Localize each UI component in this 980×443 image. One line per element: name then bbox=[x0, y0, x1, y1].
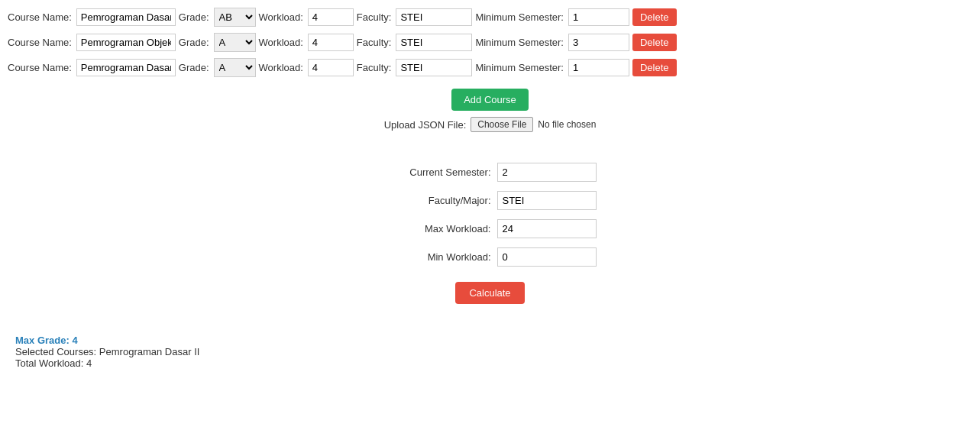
faculty-input[interactable] bbox=[396, 8, 472, 26]
grade-select[interactable]: AABBBCCDE bbox=[214, 33, 256, 52]
course-name-input[interactable] bbox=[76, 59, 176, 76]
grade-label: Grade: bbox=[179, 11, 209, 23]
current-semester-row: Current Semester: 2 bbox=[384, 163, 597, 182]
min-semester-input[interactable] bbox=[568, 8, 629, 26]
workload-input[interactable] bbox=[308, 59, 354, 76]
min-semester-label: Minimum Semester: bbox=[475, 11, 564, 23]
workload-label: Workload: bbox=[259, 11, 303, 23]
workload-input[interactable] bbox=[308, 8, 354, 26]
faculty-label: Faculty: bbox=[357, 62, 392, 73]
results-section: Max Grade: 4 Selected Courses: Pemrogram… bbox=[8, 335, 972, 369]
min-workload-row: Min Workload: 0 bbox=[384, 247, 597, 267]
min-semester-label: Minimum Semester: bbox=[475, 62, 564, 73]
grade-select[interactable]: AABBBCCDE bbox=[214, 8, 256, 27]
courses-container: Course Name:Grade:AABBBCCDEWorkload:Facu… bbox=[8, 8, 972, 77]
calculate-section: Calculate bbox=[8, 282, 972, 304]
min-workload-input[interactable]: 0 bbox=[497, 247, 597, 267]
max-grade-result: Max Grade: 4 bbox=[15, 335, 965, 346]
delete-button[interactable]: Delete bbox=[632, 8, 677, 26]
delete-button[interactable]: Delete bbox=[632, 34, 677, 51]
add-course-button[interactable]: Add Course bbox=[451, 89, 529, 111]
choose-file-button[interactable]: Choose File bbox=[471, 117, 533, 132]
faculty-input[interactable] bbox=[396, 34, 472, 51]
calculate-button[interactable]: Calculate bbox=[455, 282, 524, 304]
workload-label: Workload: bbox=[259, 62, 303, 73]
current-semester-input[interactable]: 2 bbox=[497, 163, 597, 182]
faculty-major-label: Faculty/Major: bbox=[384, 195, 491, 206]
grade-label: Grade: bbox=[179, 62, 209, 73]
faculty-major-row: Faculty/Major: STEI bbox=[384, 191, 597, 210]
faculty-label: Faculty: bbox=[357, 11, 392, 23]
course-row: Course Name:Grade:AABBBCCDEWorkload:Facu… bbox=[8, 8, 972, 27]
min-semester-input[interactable] bbox=[568, 34, 629, 51]
min-semester-label: Minimum Semester: bbox=[475, 37, 564, 48]
min-semester-input[interactable] bbox=[568, 59, 629, 76]
add-course-section: Add Course Upload JSON File: Choose File… bbox=[8, 89, 972, 132]
total-workload-result: Total Workload: 4 bbox=[15, 357, 965, 369]
workload-input[interactable] bbox=[308, 34, 354, 51]
faculty-input[interactable] bbox=[396, 59, 472, 76]
delete-button[interactable]: Delete bbox=[632, 59, 677, 76]
max-workload-input[interactable]: 24 bbox=[497, 219, 597, 238]
min-workload-label: Min Workload: bbox=[384, 251, 491, 263]
course-name-label: Course Name: bbox=[8, 37, 72, 48]
course-row: Course Name:Grade:AABBBCCDEWorkload:Facu… bbox=[8, 33, 972, 52]
grade-select[interactable]: AABBBCCDE bbox=[214, 58, 256, 77]
faculty-major-input[interactable]: STEI bbox=[497, 191, 597, 210]
course-name-input[interactable] bbox=[76, 8, 176, 26]
course-name-input[interactable] bbox=[76, 34, 176, 51]
upload-row: Upload JSON File: Choose File No file ch… bbox=[8, 117, 972, 132]
grade-label: Grade: bbox=[179, 37, 209, 48]
selected-courses-result: Selected Courses: Pemrograman Dasar II bbox=[15, 346, 965, 357]
max-workload-row: Max Workload: 24 bbox=[384, 219, 597, 238]
workload-label: Workload: bbox=[259, 37, 303, 48]
no-file-text: No file chosen bbox=[538, 119, 596, 130]
course-name-label: Course Name: bbox=[8, 62, 72, 73]
faculty-label: Faculty: bbox=[357, 37, 392, 48]
course-name-label: Course Name: bbox=[8, 11, 72, 23]
settings-section: Current Semester: 2 Faculty/Major: STEI … bbox=[8, 163, 972, 267]
current-semester-label: Current Semester: bbox=[384, 167, 491, 178]
upload-label: Upload JSON File: bbox=[384, 119, 467, 131]
max-workload-label: Max Workload: bbox=[384, 223, 491, 234]
course-row: Course Name:Grade:AABBBCCDEWorkload:Facu… bbox=[8, 58, 972, 77]
